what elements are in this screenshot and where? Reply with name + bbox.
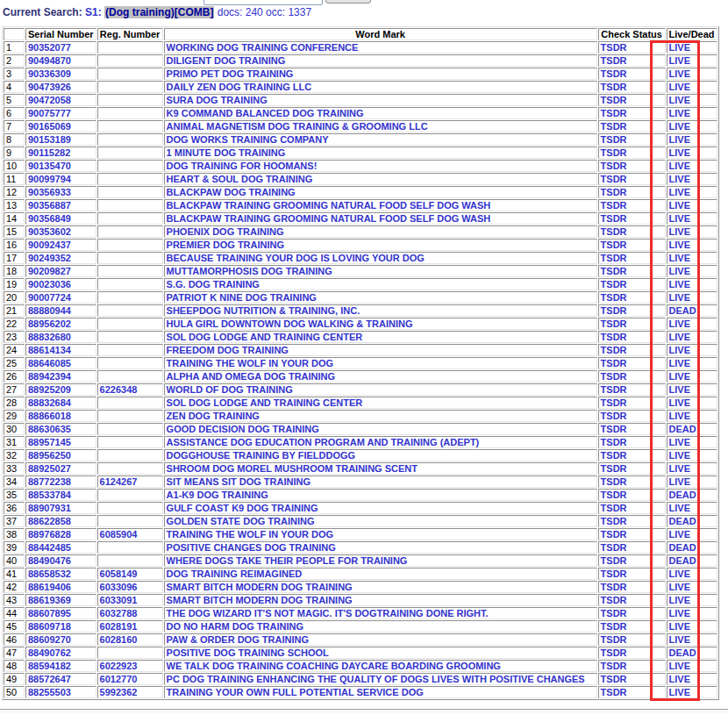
reg-number-link[interactable]: 5992362: [97, 686, 163, 698]
check-status-link[interactable]: TSDR: [598, 528, 666, 540]
live-dead-link[interactable]: LIVE: [667, 475, 717, 488]
check-status-link[interactable]: TSDR: [598, 502, 666, 514]
live-dead-link[interactable]: LIVE: [667, 291, 717, 304]
check-status-link[interactable]: TSDR: [598, 594, 666, 606]
live-dead-link[interactable]: LIVE: [667, 81, 717, 93]
check-status-link[interactable]: TSDR: [598, 41, 666, 54]
check-status-link[interactable]: TSDR: [598, 620, 666, 633]
check-status-link[interactable]: TSDR: [598, 410, 666, 422]
serial-number-link[interactable]: 90007724: [25, 291, 96, 304]
check-status-link[interactable]: TSDR: [598, 120, 666, 132]
serial-number-link[interactable]: 90115282: [25, 147, 96, 159]
check-status-link[interactable]: TSDR: [598, 633, 666, 646]
serial-number-link[interactable]: 90356933: [25, 186, 96, 198]
check-status-link[interactable]: TSDR: [598, 147, 666, 159]
check-status-link[interactable]: TSDR: [598, 133, 666, 146]
word-mark-link[interactable]: TRAINING THE WOLF IN YOUR DOG: [164, 357, 597, 369]
check-status-link[interactable]: TSDR: [598, 344, 666, 356]
check-status-link[interactable]: TSDR: [598, 199, 666, 211]
serial-number-link[interactable]: 90353602: [25, 225, 96, 238]
word-mark-link[interactable]: DOGGHOUSE TRAINING BY FIELDDOGG: [164, 449, 597, 461]
serial-number-link[interactable]: 88925209: [25, 383, 96, 396]
live-dead-link[interactable]: LIVE: [667, 686, 717, 698]
live-dead-link[interactable]: LIVE: [667, 594, 717, 606]
reg-number-link[interactable]: 6033091: [97, 594, 163, 606]
reg-number-link[interactable]: 6028191: [97, 620, 163, 633]
reg-number-link[interactable]: 6032788: [97, 607, 163, 619]
word-mark-link[interactable]: GULF COAST K9 DOG TRAINING: [164, 502, 597, 514]
live-dead-link[interactable]: DEAD: [667, 541, 717, 554]
word-mark-link[interactable]: GOOD DECISION DOG TRAINING: [164, 423, 597, 435]
serial-number-link[interactable]: 88533784: [25, 489, 96, 501]
check-status-link[interactable]: TSDR: [598, 68, 666, 80]
serial-number-link[interactable]: 90336309: [25, 68, 96, 80]
serial-number-link[interactable]: 90092437: [25, 239, 96, 251]
serial-number-link[interactable]: 88956202: [25, 318, 96, 330]
word-mark-link[interactable]: DO NO HARM DOG TRAINING: [164, 620, 597, 633]
check-status-link[interactable]: TSDR: [598, 686, 666, 698]
word-mark-link[interactable]: WHERE DOGS TAKE THEIR PEOPLE FOR TRAININ…: [164, 554, 597, 567]
word-mark-link[interactable]: GOLDEN STATE DOG TRAINING: [164, 515, 597, 527]
serial-number-link[interactable]: 88614134: [25, 344, 96, 356]
word-mark-link[interactable]: SOL DOG LODGE AND TRAINING CENTER: [164, 397, 597, 409]
word-mark-link[interactable]: MUTTAMORPHOSIS DOG TRAINING: [164, 265, 597, 277]
live-dead-link[interactable]: LIVE: [667, 568, 717, 580]
serial-number-link[interactable]: 88255503: [25, 686, 96, 698]
serial-number-link[interactable]: 90494870: [25, 54, 96, 67]
serial-number-link[interactable]: 88772238: [25, 475, 96, 488]
live-dead-link[interactable]: DEAD: [667, 515, 717, 527]
word-mark-link[interactable]: SIT MEANS SIT DOG TRAINING: [164, 475, 597, 488]
live-dead-link[interactable]: LIVE: [667, 331, 717, 343]
serial-number-link[interactable]: 88630635: [25, 423, 96, 435]
live-dead-link[interactable]: LIVE: [667, 41, 717, 54]
serial-number-link[interactable]: 90356887: [25, 199, 96, 211]
check-status-link[interactable]: TSDR: [598, 318, 666, 330]
check-status-link[interactable]: TSDR: [598, 449, 666, 461]
check-status-link[interactable]: TSDR: [598, 397, 666, 409]
word-mark-link[interactable]: WE TALK DOG TRAINING COACHING DAYCARE BO…: [164, 660, 597, 672]
live-dead-link[interactable]: LIVE: [667, 410, 717, 422]
check-status-link[interactable]: TSDR: [598, 212, 666, 225]
live-dead-link[interactable]: LIVE: [667, 607, 717, 619]
reg-number-link[interactable]: 6022923: [97, 660, 163, 672]
word-mark-link[interactable]: FREEDOM DOG TRAINING: [164, 344, 597, 356]
serial-number-link[interactable]: 88619406: [25, 581, 96, 593]
reg-number-link[interactable]: 6012770: [97, 673, 163, 685]
word-mark-link[interactable]: DAILY ZEN DOG TRAINING LLC: [164, 81, 597, 93]
word-mark-link[interactable]: DOG WORKS TRAINING COMPANY: [164, 133, 597, 146]
word-mark-link[interactable]: PREMIER DOG TRAINING: [164, 239, 597, 251]
live-dead-link[interactable]: LIVE: [667, 94, 717, 106]
live-dead-link[interactable]: LIVE: [667, 278, 717, 290]
live-dead-link[interactable]: DEAD: [667, 489, 717, 501]
word-mark-link[interactable]: SHEEPDOG NUTRITION & TRAINING, INC.: [164, 304, 597, 317]
serial-number-link[interactable]: 88490476: [25, 554, 96, 567]
serial-number-link[interactable]: 88609270: [25, 633, 96, 646]
live-dead-link[interactable]: LIVE: [667, 265, 717, 277]
live-dead-link[interactable]: LIVE: [667, 502, 717, 514]
serial-number-link[interactable]: 88942394: [25, 370, 96, 383]
live-dead-link[interactable]: LIVE: [667, 383, 717, 396]
live-dead-link[interactable]: LIVE: [667, 370, 717, 383]
word-mark-link[interactable]: POSITIVE CHANGES DOG TRAINING: [164, 541, 597, 554]
serial-number-link[interactable]: 90153189: [25, 133, 96, 146]
serial-number-link[interactable]: 88832680: [25, 331, 96, 343]
live-dead-link[interactable]: LIVE: [667, 186, 717, 198]
check-status-link[interactable]: TSDR: [598, 357, 666, 369]
live-dead-link[interactable]: LIVE: [667, 147, 717, 159]
serial-number-link[interactable]: 90472058: [25, 94, 96, 106]
word-mark-link[interactable]: THE DOG WIZARD IT'S NOT MAGIC. IT'S DOGT…: [164, 607, 597, 619]
word-mark-link[interactable]: ALPHA AND OMEGA DOG TRAINING: [164, 370, 597, 383]
word-mark-link[interactable]: WORKING DOG TRAINING CONFERENCE: [164, 41, 597, 54]
check-status-link[interactable]: TSDR: [598, 252, 666, 264]
word-mark-link[interactable]: TRAINING YOUR OWN FULL POTENTIAL SERVICE…: [164, 686, 597, 698]
word-mark-link[interactable]: ZEN DOG TRAINING: [164, 410, 597, 422]
word-mark-link[interactable]: S.G. DOG TRAINING: [164, 278, 597, 290]
reg-number-link[interactable]: 6226348: [97, 383, 163, 396]
word-mark-link[interactable]: PRIMO PET DOG TRAINING: [164, 68, 597, 80]
check-status-link[interactable]: TSDR: [598, 568, 666, 580]
word-mark-link[interactable]: BLACKPAW TRAINING GROOMING NATURAL FOOD …: [164, 199, 597, 211]
word-mark-link[interactable]: SMART BITCH MODERN DOG TRAINING: [164, 581, 597, 593]
live-dead-link[interactable]: LIVE: [667, 212, 717, 225]
word-mark-link[interactable]: BECAUSE TRAINING YOUR DOG IS LOVING YOUR…: [164, 252, 597, 264]
submit-button[interactable]: [325, 0, 371, 4]
